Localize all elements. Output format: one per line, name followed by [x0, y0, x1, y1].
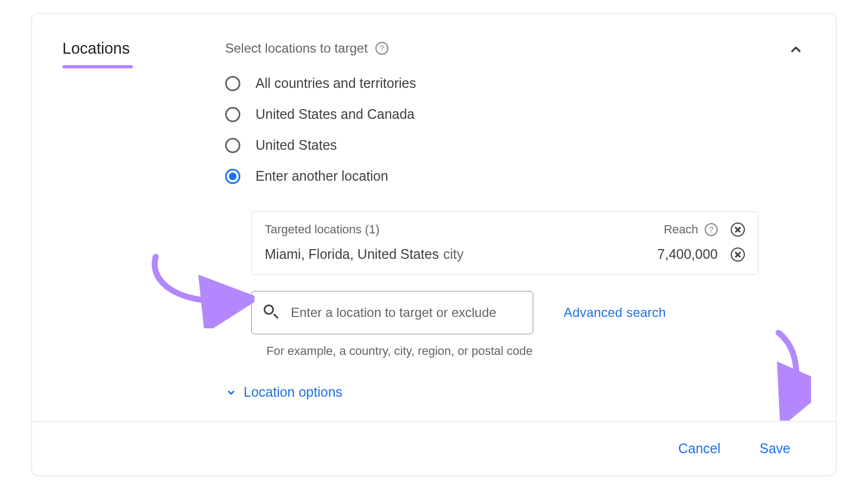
targeted-location-type: city — [443, 246, 464, 262]
chevron-up-icon — [788, 42, 803, 57]
search-hint: For example, a country, city, region, or… — [266, 344, 803, 358]
radio-us-canada[interactable]: United States and Canada — [225, 106, 803, 122]
close-icon[interactable] — [731, 223, 745, 237]
section-title: Locations — [62, 40, 225, 58]
radio-label: All countries and territories — [256, 75, 416, 91]
radio-label: Enter another location — [256, 168, 388, 184]
footer: Cancel Save — [32, 421, 836, 475]
location-options-toggle[interactable]: Location options — [225, 384, 803, 400]
search-icon — [264, 304, 280, 321]
chevron-down-icon — [225, 386, 237, 398]
radio-icon — [225, 107, 240, 122]
collapse-button[interactable] — [787, 41, 805, 58]
radio-icon — [225, 169, 240, 184]
remove-location-icon[interactable] — [731, 247, 745, 262]
help-icon[interactable] — [375, 42, 388, 55]
targeted-header-label: Targeted locations (1) — [265, 223, 380, 237]
radio-label: United States and Canada — [256, 106, 414, 122]
radio-group: All countries and territories United Sta… — [225, 75, 803, 184]
subhead-text: Select locations to target — [225, 41, 368, 56]
cancel-button[interactable]: Cancel — [678, 441, 720, 456]
radio-icon — [225, 76, 240, 91]
targeted-locations-box: Targeted locations (1) Reach Miami, Flor… — [251, 211, 758, 275]
annotation-underline — [62, 65, 133, 68]
save-button[interactable]: Save — [760, 441, 790, 456]
radio-us[interactable]: United States — [225, 137, 803, 153]
targeted-location-name: Miami, Florida, United States — [265, 246, 439, 262]
location-search-field[interactable] — [251, 291, 533, 334]
location-search-input[interactable] — [290, 304, 521, 321]
radio-enter-another[interactable]: Enter another location — [225, 168, 803, 184]
location-options-label: Location options — [244, 384, 342, 400]
radio-label: United States — [256, 137, 337, 153]
targeted-reach-value: 7,400,000 — [658, 246, 718, 262]
reach-label: Reach — [663, 223, 698, 237]
radio-icon — [225, 138, 240, 153]
advanced-search-link[interactable]: Advanced search — [564, 305, 666, 320]
locations-card: Locations Select locations to target All… — [31, 13, 837, 476]
help-icon[interactable] — [705, 223, 718, 236]
radio-all-countries[interactable]: All countries and territories — [225, 75, 803, 91]
targeted-row: Miami, Florida, United States city 7,400… — [252, 242, 758, 274]
